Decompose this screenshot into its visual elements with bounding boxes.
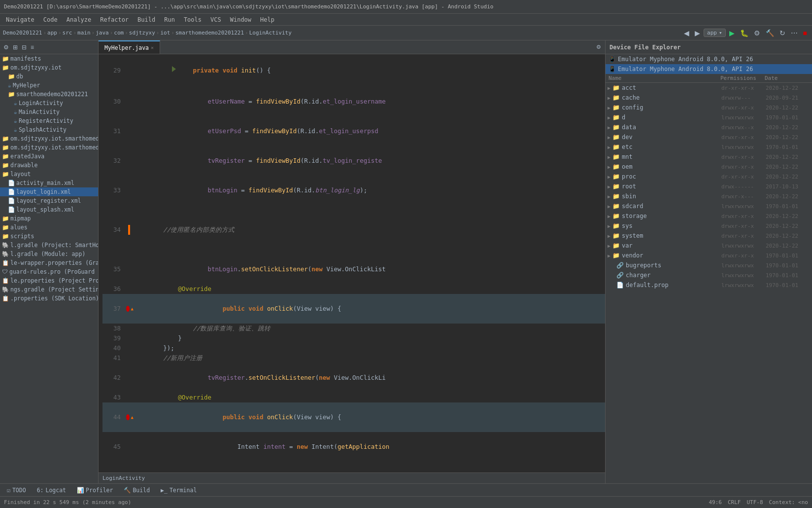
sidebar-item-gradle-properties[interactable]: 📋 le.properties (Project Properties bbox=[0, 276, 98, 285]
sidebar-item-loginactivity[interactable]: ☕ LoginActivity bbox=[0, 99, 98, 108]
sidebar-item-build-gradle-project[interactable]: 🐘 l.gradle (Project: SmartHomeDe bbox=[0, 241, 98, 250]
more-button[interactable]: ⋯ bbox=[789, 28, 800, 38]
file-row-sys[interactable]: ▶ 📁 sys drwxr-xr-x 2020-12-22 bbox=[606, 221, 812, 231]
file-name: d bbox=[622, 114, 721, 121]
sidebar-item-layout-register-xml[interactable]: 📄 layout_register.xml bbox=[0, 196, 98, 205]
forward-button[interactable]: ▶ bbox=[693, 28, 702, 38]
menu-window[interactable]: Window bbox=[226, 15, 255, 24]
sidebar-collapse-btn[interactable]: ⊟ bbox=[20, 43, 28, 51]
file-row-sbin[interactable]: ▶ 📁 sbin drwxr-x--- 2020-12-22 bbox=[606, 191, 812, 201]
editor-settings-btn[interactable]: ⚙ bbox=[594, 43, 603, 51]
file-row-vendor[interactable]: ▶ 📁 vendor drwxr-xr-x 1970-01-01 bbox=[606, 251, 812, 260]
sidebar-item-mipmap[interactable]: 📁 mipmap bbox=[0, 214, 98, 223]
breadcrumb-app[interactable]: app bbox=[47, 30, 57, 36]
breadcrumb-com[interactable]: com bbox=[114, 30, 124, 36]
file-date: 1970-01-01 bbox=[766, 253, 810, 259]
file-row-etc[interactable]: ▶ 📁 etc lrwxrwxrwx 1970-01-01 bbox=[606, 142, 812, 152]
breadcrumb-sdjtzyxy[interactable]: sdjtzyxy bbox=[129, 30, 155, 36]
menu-code[interactable]: Code bbox=[39, 15, 62, 24]
bottom-tab-terminal[interactable]: ▶_ Terminal bbox=[156, 486, 202, 495]
menu-vcs[interactable]: VCS bbox=[206, 15, 225, 24]
file-row-charger[interactable]: 🔗 charger lrwxrwxrwx 1970-01-01 bbox=[606, 270, 812, 280]
sidebar-item-erated[interactable]: 📁 eratedJava bbox=[0, 152, 98, 161]
file-row-mnt[interactable]: ▶ 📁 mnt drwxr-xr-x 2020-12-22 bbox=[606, 152, 812, 162]
file-row-dev[interactable]: ▶ 📁 dev drwxr-xr-x 2020-12-22 bbox=[606, 132, 812, 142]
file-perm: lrwxrwxrwx bbox=[721, 203, 766, 210]
build-button[interactable]: 🔨 bbox=[764, 28, 776, 38]
file-row-storage[interactable]: ▶ 📁 storage drwxr-xr-x 2020-12-22 bbox=[606, 211, 812, 221]
sidebar-item-myhelper[interactable]: ☕ MyHelper bbox=[0, 81, 98, 90]
sidebar-item-layout[interactable]: 📁 layout bbox=[0, 170, 98, 179]
bottom-tab-build[interactable]: 🔨 Build bbox=[119, 486, 155, 495]
sidebar-item-manifests[interactable]: 📁 manifests bbox=[0, 54, 98, 63]
code-area[interactable]: 29 private void init() { 30 etUserName =… bbox=[99, 54, 605, 472]
menu-navigate[interactable]: Navigate bbox=[2, 15, 38, 24]
breadcrumb-iot[interactable]: iot bbox=[160, 30, 170, 36]
sidebar-item-com3[interactable]: 📁 om.sdjtzyxy.iot.smarthomedemo bbox=[0, 143, 98, 152]
file-row-d[interactable]: ▶ 📁 d lrwxrwxrwx 1970-01-01 bbox=[606, 112, 812, 122]
menu-refactor[interactable]: Refactor bbox=[96, 15, 133, 24]
file-row-bugreports[interactable]: 🔗 bugreports lrwxrwxrwx 1970-01-01 bbox=[606, 260, 812, 270]
file-row-root[interactable]: ▶ 📁 root drwx------ 2017-10-13 bbox=[606, 181, 812, 191]
file-row-var[interactable]: ▶ 📁 var lrwxrwxrwx 2020-12-22 bbox=[606, 241, 812, 251]
sidebar-item-scripts[interactable]: 📁 scripts bbox=[0, 232, 98, 241]
sidebar-more-btn[interactable]: ≡ bbox=[29, 43, 35, 51]
code-line-37: 37 ▲ public void onClick(View view) { bbox=[102, 294, 605, 324]
breadcrumb-demo[interactable]: Demo20201221 bbox=[3, 30, 42, 36]
sidebar-item-build-gradle-module[interactable]: 🐘 l.gradle (Module: app) bbox=[0, 250, 98, 258]
menu-build[interactable]: Build bbox=[134, 15, 159, 24]
debug-button[interactable]: 🐛 bbox=[738, 28, 750, 38]
menu-tools[interactable]: Tools bbox=[180, 15, 205, 24]
tab-close-button[interactable]: ✕ bbox=[151, 45, 154, 50]
sidebar-item-drawable[interactable]: 📁 drawable bbox=[0, 161, 98, 170]
breadcrumb-main[interactable]: main bbox=[77, 30, 91, 36]
xml-file-icon: 📄 bbox=[8, 188, 15, 195]
file-row-oem[interactable]: ▶ 📁 oem drwxr-xr-x 2020-12-22 bbox=[606, 162, 812, 172]
sidebar-item-layout-login-xml[interactable]: 📄 layout_login.xml bbox=[0, 187, 98, 196]
sidebar-item-registeractivity[interactable]: ☕ RegisterActivity bbox=[0, 116, 98, 125]
file-row-cache[interactable]: ▶ 📁 cache drwxrw--- 2020-09-21 bbox=[606, 93, 812, 103]
sidebar-expand-btn[interactable]: ⊞ bbox=[11, 43, 19, 51]
file-row-default-prop[interactable]: 📄 default.prop lrwxrwxrwx 1970-01-01 bbox=[606, 280, 812, 290]
sidebar-item-layout-splash-xml[interactable]: 📄 layout_splash.xml bbox=[0, 205, 98, 214]
sidebar-item-db[interactable]: 📁 db bbox=[0, 72, 98, 81]
sidebar-item-mainactivity[interactable]: ☕ MainActivity bbox=[0, 108, 98, 116]
editor-tab-myhelper[interactable]: MyHelper.java ✕ bbox=[99, 40, 160, 54]
file-row-data[interactable]: ▶ 📁 data drwxrwx--x 2020-12-22 bbox=[606, 122, 812, 132]
device-item-1[interactable]: 📱 Emulator Myphone Android 8.0.0, API 26 bbox=[606, 64, 812, 74]
sidebar-item-gradle-wrapper[interactable]: 📋 le-wrapper.properties (Gradle Wr bbox=[0, 258, 98, 267]
sidebar-item-smarthomedemo[interactable]: 📁 smarthomedemo20201221 bbox=[0, 90, 98, 99]
file-date: 2020-12-22 bbox=[766, 154, 810, 160]
bottom-tab-profiler[interactable]: 📊 Profiler bbox=[72, 486, 118, 495]
attach-button[interactable]: ⚙ bbox=[752, 28, 762, 38]
device-item-0[interactable]: 📱 Emulator Myphone Android 8.0.0, API 26 bbox=[606, 54, 812, 64]
sidebar-item-com-sdjtzyxy[interactable]: 📁 om.sdjtzyxy.iot bbox=[0, 63, 98, 72]
breadcrumb-src[interactable]: src bbox=[63, 30, 72, 36]
back-button[interactable]: ◀ bbox=[682, 28, 691, 38]
sidebar-item-settings-gradle[interactable]: 🐘 ngs.gradle (Project Settings) bbox=[0, 285, 98, 294]
sidebar-settings-btn[interactable]: ⚙ bbox=[2, 43, 10, 51]
file-row-system[interactable]: ▶ 📁 system drwxr-xr-x 2020-12-22 bbox=[606, 231, 812, 241]
sync-button[interactable]: ↻ bbox=[778, 28, 787, 38]
menu-help[interactable]: Help bbox=[256, 15, 278, 24]
file-row-proc[interactable]: ▶ 📁 proc dr-xr-xr-x 2020-12-22 bbox=[606, 172, 812, 181]
stop-button[interactable]: ■ bbox=[801, 28, 809, 38]
breadcrumb-loginactivity[interactable]: LoginActivity bbox=[249, 30, 292, 36]
bottom-tab-todo[interactable]: ☑ TODO bbox=[2, 486, 31, 495]
run-button[interactable]: ▶ bbox=[727, 28, 737, 38]
file-row-config[interactable]: ▶ 📁 config drwxr-xr-x 2020-12-22 bbox=[606, 103, 812, 112]
sidebar-item-alues[interactable]: 📁 alues bbox=[0, 223, 98, 232]
file-row-acct[interactable]: ▶ 📁 acct dr-xr-xr-x 2020-12-22 bbox=[606, 83, 812, 93]
sidebar-item-proguard[interactable]: 🛡 guard-rules.pro (ProGuard Rules bbox=[0, 267, 98, 276]
sidebar-item-sdk-properties[interactable]: 📋 .properties (SDK Location) bbox=[0, 294, 98, 303]
breadcrumb-smarthomedemo[interactable]: smarthomedemo20201221 bbox=[175, 30, 244, 36]
sidebar-item-activity-main-xml[interactable]: 📄 activity_main.xml bbox=[0, 179, 98, 187]
sidebar-item-com2[interactable]: 📁 om.sdjtzyxy.iot.smarthomedemo bbox=[0, 134, 98, 143]
bottom-tab-logcat[interactable]: 6: Logcat bbox=[32, 486, 71, 495]
run-config[interactable]: app ▾ bbox=[704, 29, 726, 37]
breadcrumb-java[interactable]: java bbox=[96, 30, 109, 36]
file-row-sdcard[interactable]: ▶ 📁 sdcard lrwxrwxrwx 1970-01-01 bbox=[606, 201, 812, 211]
sidebar-item-splashactivity[interactable]: ☕ SplashActivity bbox=[0, 125, 98, 134]
menu-analyze[interactable]: Analyze bbox=[63, 15, 96, 24]
menu-run[interactable]: Run bbox=[160, 15, 179, 24]
